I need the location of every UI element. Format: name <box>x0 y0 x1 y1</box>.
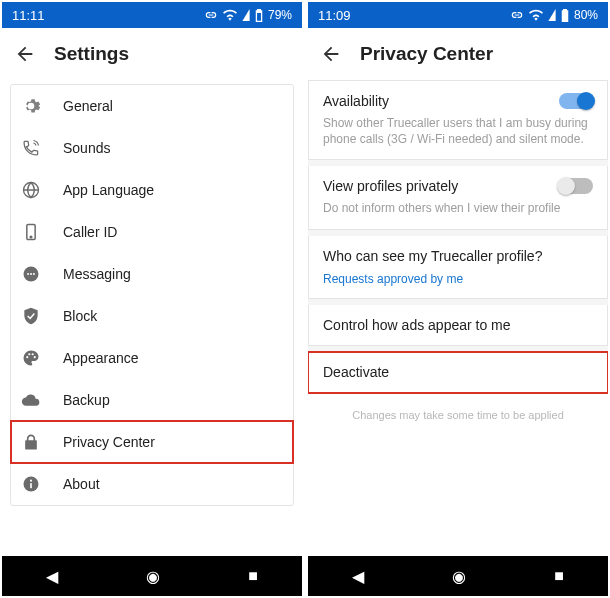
menu-item-general[interactable]: General <box>11 85 293 127</box>
section-availability[interactable]: Availability Show other Truecaller users… <box>308 80 608 160</box>
svg-point-9 <box>32 353 34 355</box>
android-nav-bar: ◀ ◉ ■ <box>308 556 608 596</box>
section-title: Availability <box>323 93 389 109</box>
svg-point-8 <box>28 353 30 355</box>
svg-point-6 <box>33 273 35 275</box>
signal-icon <box>242 9 250 21</box>
back-icon[interactable] <box>320 43 342 65</box>
chat-icon <box>21 264 41 284</box>
battery-icon <box>561 9 569 22</box>
lock-icon <box>21 432 41 452</box>
menu-item-privacy-center[interactable]: Privacy Center <box>11 421 293 463</box>
settings-screen: 11:11 79% Settings General Sounds App La… <box>2 2 302 596</box>
info-icon <box>21 474 41 494</box>
wifi-icon <box>529 9 543 21</box>
page-title: Privacy Center <box>360 43 493 65</box>
svg-rect-12 <box>30 483 32 488</box>
status-battery: 80% <box>574 8 598 22</box>
menu-label: General <box>63 98 113 114</box>
nav-recent-icon[interactable]: ■ <box>248 567 258 585</box>
status-indicators: 79% <box>204 8 292 22</box>
signal-icon <box>548 9 556 21</box>
section-who-can-see[interactable]: Who can see my Truecaller profile? Reque… <box>308 236 608 299</box>
availability-toggle[interactable] <box>559 93 593 109</box>
section-desc: Do not inform others when I view their p… <box>323 200 593 216</box>
page-title: Settings <box>54 43 129 65</box>
status-indicators: 80% <box>510 8 598 22</box>
menu-item-appearance[interactable]: Appearance <box>11 337 293 379</box>
section-title: View profiles privately <box>323 178 458 194</box>
android-nav-bar: ◀ ◉ ■ <box>2 556 302 596</box>
svg-point-13 <box>30 480 32 482</box>
section-title: Control how ads appear to me <box>323 317 593 333</box>
svg-point-5 <box>30 273 32 275</box>
nav-back-icon[interactable]: ◀ <box>46 567 58 586</box>
menu-label: Block <box>63 308 97 324</box>
cloud-icon <box>21 390 41 410</box>
svg-point-10 <box>34 356 36 358</box>
view-privately-toggle[interactable] <box>559 178 593 194</box>
menu-item-backup[interactable]: Backup <box>11 379 293 421</box>
palette-icon <box>21 348 41 368</box>
phone-sound-icon <box>21 138 41 158</box>
menu-item-caller-id[interactable]: Caller ID <box>11 211 293 253</box>
app-bar: Privacy Center <box>308 28 608 80</box>
menu-item-about[interactable]: About <box>11 463 293 505</box>
section-title: Deactivate <box>323 364 593 380</box>
wifi-icon <box>223 9 237 21</box>
footnote: Changes may take some time to be applied <box>308 409 608 421</box>
menu-item-app-language[interactable]: App Language <box>11 169 293 211</box>
status-battery: 79% <box>268 8 292 22</box>
device-icon <box>21 222 41 242</box>
menu-label: Sounds <box>63 140 110 156</box>
status-time: 11:11 <box>12 8 45 23</box>
menu-item-block[interactable]: Block <box>11 295 293 337</box>
menu-label: About <box>63 476 100 492</box>
menu-label: App Language <box>63 182 154 198</box>
menu-label: Messaging <box>63 266 131 282</box>
menu-label: Appearance <box>63 350 139 366</box>
shield-icon <box>21 306 41 326</box>
nav-home-icon[interactable]: ◉ <box>146 567 160 586</box>
nav-recent-icon[interactable]: ■ <box>554 567 564 585</box>
menu-item-sounds[interactable]: Sounds <box>11 127 293 169</box>
menu-label: Backup <box>63 392 110 408</box>
back-icon[interactable] <box>14 43 36 65</box>
status-bar: 11:11 79% <box>2 2 302 28</box>
status-bar: 11:09 80% <box>308 2 608 28</box>
section-link: Requests approved by me <box>323 272 593 286</box>
menu-label: Privacy Center <box>63 434 155 450</box>
svg-point-4 <box>27 273 29 275</box>
section-deactivate[interactable]: Deactivate <box>308 352 608 393</box>
menu-item-messaging[interactable]: Messaging <box>11 253 293 295</box>
link-icon <box>510 10 524 20</box>
section-desc: Show other Truecaller users that I am bu… <box>323 115 593 147</box>
settings-list: General Sounds App Language Caller ID Me… <box>2 80 302 556</box>
nav-home-icon[interactable]: ◉ <box>452 567 466 586</box>
privacy-sections: Availability Show other Truecaller users… <box>308 80 608 556</box>
section-title: Who can see my Truecaller profile? <box>323 248 593 264</box>
svg-point-7 <box>26 356 28 358</box>
section-control-ads[interactable]: Control how ads appear to me <box>308 305 608 346</box>
app-bar: Settings <box>2 28 302 80</box>
svg-point-2 <box>30 236 32 238</box>
privacy-center-screen: 11:09 80% Privacy Center Availability Sh… <box>308 2 608 596</box>
gear-icon <box>21 96 41 116</box>
menu-label: Caller ID <box>63 224 117 240</box>
battery-icon <box>255 9 263 22</box>
link-icon <box>204 10 218 20</box>
nav-back-icon[interactable]: ◀ <box>352 567 364 586</box>
status-time: 11:09 <box>318 8 351 23</box>
globe-icon <box>21 180 41 200</box>
section-view-privately[interactable]: View profiles privately Do not inform ot… <box>308 166 608 229</box>
